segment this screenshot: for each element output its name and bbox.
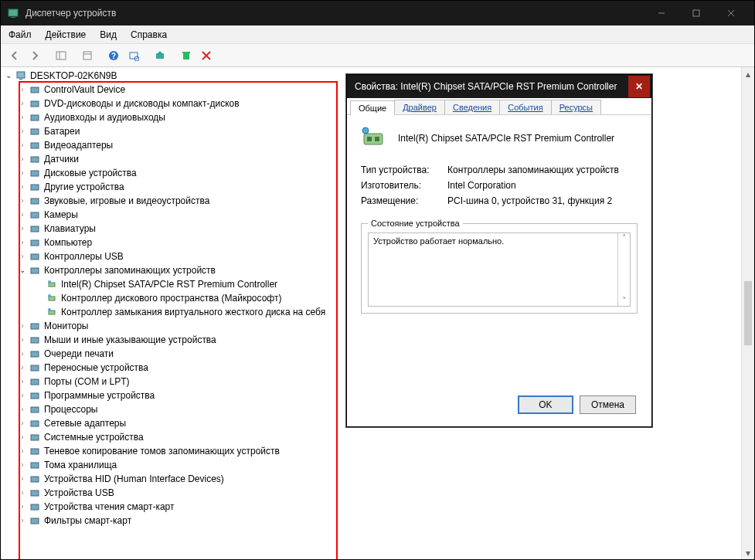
tree-category[interactable]: ›Устройства USB [18, 486, 741, 500]
expand-arrow-icon[interactable]: › [18, 166, 27, 180]
nav-forward-button[interactable] [26, 46, 44, 65]
svg-rect-48 [31, 421, 39, 426]
status-textbox[interactable]: Устройство работает нормально. ˄˅ [368, 232, 631, 307]
label-manufacturer: Изготовитель: [361, 180, 447, 191]
status-fieldset: Состояние устройства Устройство работает… [361, 219, 638, 314]
tab-driver[interactable]: Драйвер [394, 100, 445, 114]
expand-arrow-icon[interactable]: › [18, 361, 27, 375]
tab-events[interactable]: События [499, 100, 551, 114]
menubar: Файл Действие Вид Справка [1, 25, 754, 44]
expand-arrow-icon[interactable]: › [18, 500, 27, 514]
vertical-scrollbar[interactable]: ▴ ▾ [741, 67, 754, 559]
expand-arrow-icon[interactable]: › [18, 472, 27, 486]
expand-arrow-icon[interactable]: › [18, 194, 27, 208]
dialog-titlebar[interactable]: Свойства: Intel(R) Chipset SATA/PCIe RST… [347, 75, 651, 98]
update-driver-button[interactable] [151, 46, 169, 65]
expand-arrow-icon[interactable]: › [18, 389, 27, 402]
nav-back-button[interactable] [5, 46, 24, 65]
status-scrollbar[interactable]: ˄˅ [617, 233, 630, 306]
expand-arrow-icon[interactable]: › [18, 208, 27, 222]
expand-arrow-icon[interactable]: › [18, 110, 27, 124]
device-icon [46, 278, 58, 290]
tab-resources[interactable]: Ресурсы [551, 100, 601, 114]
expand-arrow-icon[interactable]: › [18, 138, 27, 152]
expand-arrow-icon[interactable]: › [18, 319, 27, 333]
value-manufacturer: Intel Corporation [447, 180, 516, 191]
tree-category-label: Порты (COM и LPT) [44, 375, 130, 389]
tree-category-label: Звуковые, игровые и видеоустройства [44, 194, 209, 208]
minimize-button[interactable] [644, 2, 678, 24]
expand-arrow-icon[interactable]: ⌄ [4, 69, 13, 83]
expand-arrow-icon[interactable]: › [18, 83, 27, 97]
category-icon [29, 514, 41, 527]
maximize-button[interactable] [678, 2, 713, 24]
tree-category-label: Батареи [44, 124, 80, 138]
cancel-button[interactable]: Отмена [580, 395, 636, 414]
expand-arrow-icon[interactable]: › [18, 249, 27, 263]
tree-category[interactable]: ›Фильтры смарт-карт [18, 514, 741, 528]
svg-rect-42 [31, 338, 39, 343]
dialog-body: Intel(R) Chipset SATA/PCIe RST Premium C… [347, 115, 651, 324]
help-button[interactable]: ? [104, 46, 123, 65]
menu-action[interactable]: Действие [46, 29, 87, 40]
expand-arrow-icon[interactable]: › [18, 402, 27, 416]
expand-arrow-icon[interactable]: › [18, 416, 27, 430]
properties-button[interactable] [78, 46, 97, 65]
uninstall-device-button[interactable] [177, 46, 196, 65]
expand-arrow-icon[interactable]: › [18, 333, 27, 347]
expand-arrow-icon[interactable]: › [18, 152, 27, 166]
expand-arrow-icon[interactable]: › [18, 430, 27, 444]
tree-category[interactable]: ›Системные устройства [18, 430, 741, 444]
tree-category[interactable]: ›Тома хранилища [18, 458, 741, 472]
disable-device-button[interactable] [197, 46, 216, 65]
tree-category[interactable]: ›Теневое копирование томов запоминающих … [18, 444, 741, 458]
scan-hardware-button[interactable] [124, 46, 143, 65]
tree-category[interactable]: ›Устройства HID (Human Interface Devices… [18, 472, 741, 486]
label-location: Размещение: [361, 195, 447, 206]
tab-general[interactable]: Общие [350, 100, 395, 115]
ok-button[interactable]: OK [518, 395, 573, 414]
titlebar[interactable]: Диспетчер устройств [1, 1, 754, 25]
svg-rect-47 [31, 407, 39, 412]
scroll-thumb[interactable] [744, 281, 752, 345]
expand-arrow-icon[interactable]: › [18, 514, 27, 528]
menu-file[interactable]: Файл [9, 29, 32, 40]
expand-arrow-icon[interactable]: › [18, 486, 27, 500]
svg-rect-0 [9, 9, 18, 16]
expand-arrow-icon[interactable]: ⌄ [18, 263, 27, 277]
close-button[interactable] [713, 2, 748, 24]
svg-rect-46 [31, 393, 39, 399]
expand-arrow-icon[interactable]: › [18, 347, 27, 361]
tree-category-label: Аудиовходы и аудиовыходы [44, 110, 165, 124]
svg-rect-3 [693, 10, 699, 16]
svg-rect-32 [31, 240, 39, 246]
svg-rect-43 [31, 351, 39, 357]
category-icon [29, 403, 41, 416]
expand-arrow-icon[interactable]: › [18, 180, 27, 194]
category-icon [29, 348, 41, 360]
expand-arrow-icon[interactable]: › [18, 222, 27, 236]
expand-arrow-icon[interactable]: › [18, 375, 27, 389]
expand-arrow-icon[interactable]: › [18, 444, 27, 458]
show-hide-tree-button[interactable] [52, 46, 70, 65]
expand-arrow-icon[interactable]: › [18, 236, 27, 249]
scroll-up-button[interactable]: ▴ [742, 67, 754, 80]
expand-arrow-icon[interactable]: › [18, 97, 27, 110]
tree-category-label: Переносные устройства [44, 361, 148, 375]
tree-category-label: Контроллеры запоминающих устройств [44, 263, 216, 277]
scroll-down-button[interactable]: ▾ [742, 546, 754, 559]
menu-view[interactable]: Вид [100, 29, 117, 40]
svg-rect-28 [31, 185, 39, 190]
tree-category[interactable]: ›Устройства чтения смарт-карт [18, 500, 741, 514]
svg-rect-19 [17, 72, 25, 78]
expand-arrow-icon[interactable]: › [18, 124, 27, 138]
properties-dialog: Свойства: Intel(R) Chipset SATA/PCIe RST… [346, 74, 652, 427]
dialog-close-button[interactable]: ✕ [628, 76, 650, 97]
tab-details[interactable]: Сведения [444, 100, 500, 114]
svg-rect-57 [367, 137, 372, 141]
tree-category-label: Очереди печати [44, 347, 114, 361]
tree-category-label: Дисковые устройства [44, 166, 137, 180]
tree-category-label: Тома хранилища [44, 458, 117, 472]
expand-arrow-icon[interactable]: › [18, 458, 27, 472]
menu-help[interactable]: Справка [131, 29, 167, 40]
